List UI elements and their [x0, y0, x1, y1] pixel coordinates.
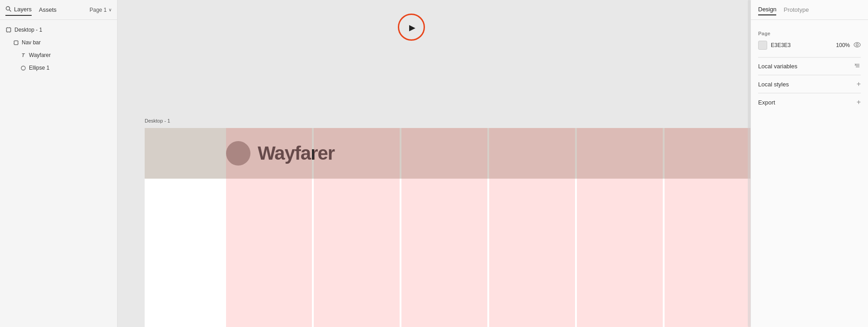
layer-item-navbar[interactable]: Nav bar [0, 36, 117, 49]
right-sidebar-tabs: Design Prototype [751, 0, 868, 20]
local-variables-row: Local variables [758, 57, 861, 75]
color-swatch[interactable] [758, 41, 767, 50]
column-guides [145, 128, 750, 179]
svg-point-21 [854, 43, 860, 47]
chevron-down-icon: ∨ [108, 7, 112, 12]
col-guide-1 [226, 128, 312, 179]
color-value: E3E3E3 [771, 42, 832, 48]
frame-icon [5, 27, 12, 33]
svg-line-1 [9, 10, 11, 11]
export-label: Export [758, 99, 775, 106]
col-guide-4 [489, 128, 575, 179]
scrollbar[interactable] [748, 0, 750, 327]
content-col-5 [577, 179, 663, 327]
eye-icon[interactable] [854, 42, 861, 49]
tab-prototype[interactable]: Prototype [783, 5, 809, 15]
export-row: Export + [758, 93, 861, 111]
frame-label: Desktop - 1 [145, 118, 170, 123]
page-selector-label: Page 1 [90, 7, 107, 13]
prototype-tab-label: Prototype [783, 6, 809, 13]
col-guide-5 [577, 128, 663, 179]
sidebar-tabs: Layers Assets Page 1 ∨ [0, 0, 117, 20]
layer-item-wayfarer[interactable]: T Wayfarer [0, 49, 117, 62]
content-col-4 [489, 179, 575, 327]
col-guide-3 [401, 128, 487, 179]
right-sidebar: Design Prototype Page E3E3E3 100% Local … [750, 0, 868, 327]
svg-point-20 [21, 66, 25, 70]
content-columns [226, 179, 750, 327]
layer-item-ellipse1[interactable]: Ellipse 1 [0, 62, 117, 74]
layers-tree: Desktop - 1 Nav bar T [0, 20, 117, 327]
tab-assets[interactable]: Assets [39, 5, 57, 15]
svg-point-22 [856, 43, 859, 46]
left-sidebar: Layers Assets Page 1 ∨ [0, 0, 118, 327]
variables-icon[interactable] [854, 62, 861, 70]
assets-tab-label: Assets [39, 6, 57, 13]
svg-rect-2 [7, 28, 11, 32]
frame-icon-navbar [13, 39, 19, 46]
local-variables-label: Local variables [758, 63, 797, 70]
cursor-arrow-icon: ▶ [409, 23, 415, 33]
col-guide-2 [314, 128, 400, 179]
color-opacity: 100% [836, 42, 850, 48]
page-selector[interactable]: Page 1 ∨ [90, 7, 112, 13]
tab-design[interactable]: Design [758, 4, 776, 15]
content-col-1 [226, 179, 312, 327]
canvas-area[interactable]: ▶ Desktop - 1 Wayfarer [118, 0, 750, 327]
layer-name-ellipse1: Ellipse 1 [29, 65, 49, 71]
content-col-6 [665, 179, 750, 327]
layer-name-wayfarer: Wayfarer [29, 52, 51, 58]
desktop-frame: Desktop - 1 Wayfarer [145, 128, 750, 327]
local-styles-row: Local styles + [758, 75, 861, 93]
layer-item-desktop1[interactable]: Desktop - 1 [0, 24, 117, 36]
svg-rect-11 [14, 41, 18, 44]
content-left-gutter [145, 179, 226, 327]
color-row: E3E3E3 100% [758, 41, 861, 50]
text-icon: T [20, 52, 26, 58]
content-area [145, 179, 750, 327]
content-col-2 [314, 179, 400, 327]
layer-name-navbar: Nav bar [22, 39, 41, 46]
col-guide-6 [665, 128, 750, 179]
page-section-label: Page [758, 31, 861, 36]
local-styles-label: Local styles [758, 81, 789, 88]
layer-name-desktop1: Desktop - 1 [14, 27, 42, 33]
cursor-circle: ▶ [398, 14, 425, 41]
nav-bar-area: Wayfarer [145, 128, 750, 179]
ellipse-icon [20, 65, 26, 71]
local-styles-add-icon[interactable]: + [857, 80, 861, 88]
svg-point-0 [6, 6, 10, 10]
export-add-icon[interactable]: + [857, 98, 861, 106]
search-icon [5, 6, 11, 13]
content-col-3 [401, 179, 487, 327]
design-tab-label: Design [758, 6, 776, 13]
right-sidebar-content: Page E3E3E3 100% Local variables [751, 20, 868, 118]
layers-tab-label: Layers [14, 6, 32, 13]
tab-layers[interactable]: Layers [5, 4, 32, 16]
